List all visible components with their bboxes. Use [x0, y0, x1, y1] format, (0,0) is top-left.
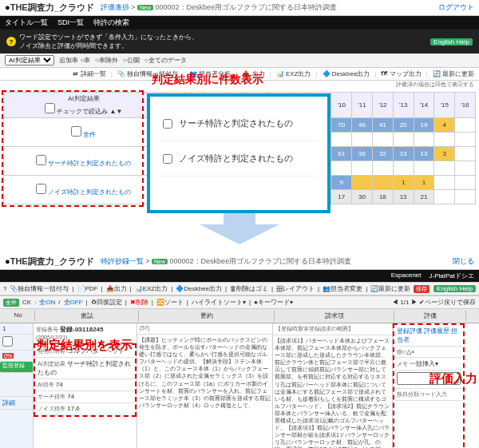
- all-off[interactable]: 全OFF: [64, 298, 83, 307]
- toolbar3: 全件 CK: 全ON/ 全OFF | ♻回復設定 | ✖削除 | 🔀ソート | …: [0, 295, 479, 309]
- nav-title[interactable]: タイトル一覧: [5, 18, 48, 28]
- logo2: ●THE調査力_クラウド: [5, 256, 94, 268]
- english-help[interactable]: English Help: [430, 38, 473, 46]
- popup-label: サーチ特許と判定されたもの: [179, 117, 293, 129]
- summary-text: 【課題】ヒッティング時にボールのバックスピンの発生を防ぎ、ボールを出すパターヘッ…: [137, 335, 272, 410]
- row-no: 1: [0, 323, 33, 335]
- filter-bar: AI判定結果 追加率 ○率○率除外○公開○全てのデータ: [0, 54, 479, 68]
- english-help2[interactable]: English Help: [433, 285, 476, 292]
- popup-check-noise[interactable]: [163, 154, 172, 164]
- nav-search[interactable]: 特許の検索: [93, 18, 129, 28]
- detail-link[interactable]: 詳細: [0, 397, 33, 410]
- annotation-top: 判定結果別に件数表示: [152, 73, 263, 87]
- all-btn[interactable]: 全件: [3, 299, 19, 307]
- result-row: 判定結果別を表示 評価入力 1 0% 監視登録 詳細 登録番号 登録-03118…: [0, 323, 479, 448]
- close-link[interactable]: 閉じる: [453, 256, 474, 267]
- popup-label: ノイズ特許と判定されたもの: [179, 153, 293, 165]
- breadcrumb: 評価進捗 > New 000002：Deskbee用ゴルフクラブに関する日本特許…: [101, 2, 337, 13]
- arrow-down: [0, 208, 479, 251]
- help-icon[interactable]: ?: [3, 285, 6, 292]
- main-nav: タイトル一覧 SDI一覧 特許の検索: [0, 16, 479, 30]
- red-outline-left: [2, 90, 144, 207]
- annotation-mid: 判定結果別を表示: [37, 338, 133, 353]
- help-icon[interactable]: ?: [6, 37, 16, 46]
- crumb2-link[interactable]: 特許抄録一覧: [101, 257, 144, 265]
- header2: ●THE調査力_クラウド 特許抄録一覧 > New 000002：Deskbee…: [0, 254, 479, 270]
- tip-bar: ? ワード設定でソートができず「条件入力」になったときから、ノイズ除去と評価が同…: [0, 30, 479, 54]
- matrix-area: 判定結果別に件数表示 AI判定結果 チェックで絞込み ▲▼ CK '03'04'…: [0, 89, 479, 208]
- toolbar2: ? 📎独自情報一括付与| 📄PDF| 📤出力| 📊EXZ出力| 🔷Deskbee…: [0, 282, 479, 295]
- row-check[interactable]: [2, 336, 13, 347]
- popup-filter: サーチ特許と判定されたもの ノイズ特許と判定されたもの: [147, 93, 331, 213]
- logo: ●THE調査力_クラウド: [5, 2, 94, 14]
- nav-sdi[interactable]: SDI一覧: [57, 18, 84, 28]
- watch-reg[interactable]: 監視登録: [0, 362, 33, 373]
- eval-hist[interactable]: 評価履歴: [424, 327, 449, 335]
- claims-text: 【請求項1】パターヘッド本体およびフェース本体部、前記フェース本体部からバックフ…: [273, 335, 392, 448]
- crumb-link[interactable]: 評価進捗: [101, 3, 129, 11]
- svg-marker-0: [200, 212, 279, 244]
- all-on[interactable]: 全ON: [39, 298, 55, 307]
- popup-check-search[interactable]: [163, 119, 172, 129]
- pct-badge: 0%: [2, 353, 14, 359]
- eval-reg[interactable]: 登録評価: [397, 327, 422, 335]
- save-button[interactable]: 保存: [414, 285, 430, 293]
- espacenet-link[interactable]: Espacenet: [391, 272, 422, 280]
- column-headers: No 書誌 要約 請求項 評価: [0, 309, 479, 323]
- jplatpat-link[interactable]: J-PlatPatドシエ: [430, 272, 474, 280]
- ext-nav: Espacenet J-PlatPatドシエ: [0, 270, 479, 282]
- annotation-right: 評価入力: [430, 371, 477, 387]
- logout-link[interactable]: ログアウト: [438, 2, 474, 13]
- ai-filter-select[interactable]: AI判定結果: [5, 55, 54, 65]
- header: ●THE調査力_クラウド 評価進捗 > New 000002：Deskbee用ゴ…: [0, 0, 479, 16]
